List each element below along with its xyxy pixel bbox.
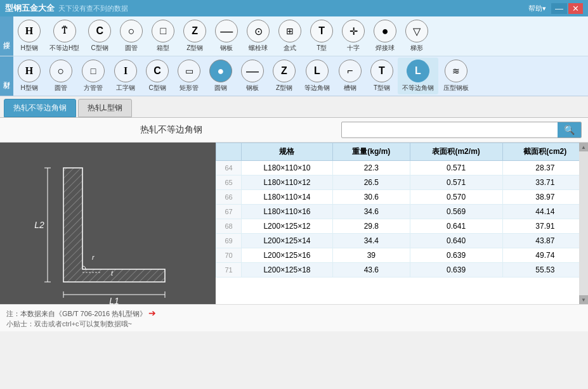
table-row[interactable]: 71 L200×125×18 43.6 0.639 55.53 (216, 263, 588, 277)
toolbar-rect-tube-label: 矩形管 (180, 84, 199, 92)
toolbar-i-beam-label: 工字钢 (116, 84, 135, 92)
toolbar-cross-label: 十字 (347, 44, 360, 53)
app-subtitle: 天下没有查不到的数据 (58, 4, 128, 13)
cell-num: 64 (216, 161, 242, 175)
toolbar-square-tube[interactable]: □ 方管管 (77, 58, 110, 94)
table-area: 规格 重量(kg/m) 表面积(m2/m) 截面积(cm2) 64 L180×1… (216, 143, 588, 304)
table-row[interactable]: 69 L200×125×14 34.4 0.640 43.87 (216, 234, 588, 248)
toolbar-trapezoid-label: 梯形 (410, 44, 423, 53)
table-row[interactable]: 65 L180×110×12 26.5 0.571 33.71 (216, 175, 588, 190)
cell-num: 70 (216, 248, 242, 263)
cell-surface: 0.571 (410, 175, 502, 190)
toolbar-trapezoid[interactable]: ▽ 梯形 (401, 18, 433, 54)
toolbar-cross[interactable]: ✛ 十字 (337, 18, 369, 54)
cell-section: 37.91 (502, 219, 587, 234)
svg-text:L2: L2 (34, 220, 44, 230)
toolbar-c-beam2-label: C型钢 (148, 84, 166, 92)
table-row[interactable]: 70 L200×125×16 39 0.639 49.74 (216, 248, 588, 263)
cell-num: 66 (216, 190, 242, 205)
table-row[interactable]: 68 L200×125×12 29.8 0.641 37.91 (216, 219, 588, 234)
search-box: 🔍 (341, 122, 582, 138)
col-section: 截面积(cm2) (502, 143, 587, 161)
cell-spec: L180×110×14 (242, 190, 333, 205)
cell-section: 55.53 (502, 263, 587, 277)
toolbar-box2[interactable]: ⊞ 盒式 (274, 18, 306, 54)
toolbar-weld-ball-label: 焊接球 (376, 44, 395, 53)
svg-text:L1: L1 (109, 296, 119, 304)
cell-spec: L180×110×16 (242, 205, 333, 219)
cell-spec: L200×125×16 (242, 248, 333, 263)
cell-section: 44.14 (502, 205, 587, 219)
toolbar-i-beam[interactable]: I 工字钢 (110, 58, 141, 94)
toolbar-pressed-plate[interactable]: ≋ 压型钢板 (438, 58, 474, 94)
toolbar-box2-label: 盒式 (284, 44, 296, 53)
cell-spec: L180×110×10 (242, 161, 333, 175)
toolbar-z-beam[interactable]: Z Z型钢 (179, 18, 211, 54)
toolbar-round-tube2-label: 圆管 (55, 84, 67, 92)
cell-num: 68 (216, 219, 242, 234)
table-scroll[interactable]: 规格 重量(kg/m) 表面积(m2/m) 截面积(cm2) 64 L180×1… (216, 143, 588, 304)
toolbar-plate2[interactable]: — 钢板 (237, 58, 268, 94)
cell-section: 33.71 (502, 175, 587, 190)
tab-hot-l[interactable]: 热轧L型钢 (78, 99, 132, 117)
help-button[interactable]: 帮助▾ (525, 3, 550, 14)
cell-surface: 0.641 (410, 219, 502, 234)
cell-num: 67 (216, 205, 242, 219)
footer-note2: 小贴士：双击或者ctrl+c可以复制数据哦~ (6, 319, 582, 329)
cell-weight: 22.3 (332, 161, 410, 175)
app-title: 型钢五金大全 (5, 3, 55, 14)
cell-weight: 29.8 (332, 219, 410, 234)
col-spec: 规格 (242, 143, 333, 161)
cell-surface: 0.570 (410, 190, 502, 205)
cell-section: 49.74 (502, 248, 587, 263)
toolbar-weld-ball[interactable]: ● 焊接球 (369, 18, 401, 54)
cell-weight: 39 (332, 248, 410, 263)
toolbar-unequal-h[interactable]: T̈ 不等边H型 (45, 18, 84, 54)
toolbar-unequal-h-label: 不等边H型 (49, 44, 79, 53)
cell-weight: 34.4 (332, 234, 410, 248)
search-button[interactable]: 🔍 (558, 122, 581, 137)
toolbar-plate[interactable]: — 钢板 (211, 18, 242, 54)
toolbar-z-beam2-label: Z型钢 (276, 84, 292, 92)
close-button[interactable]: ✕ (568, 3, 583, 14)
cell-section: 28.37 (502, 161, 587, 175)
toolbar-round-bar[interactable]: ● 圆钢 (205, 58, 237, 94)
toolbar-row-1: 焊接 H H型钢 T̈ 不等边H型 C C型钢 ○ 圆管 □ 箱型 Z Z型钢 … (0, 16, 588, 56)
toolbar-round-tube2[interactable]: ○ 圆管 (45, 58, 77, 94)
toolbar-c-beam2[interactable]: C C型钢 (141, 58, 173, 94)
scrollbar[interactable]: ▲ ▼ (579, 143, 588, 304)
data-table: 规格 重量(kg/m) 表面积(m2/m) 截面积(cm2) 64 L180×1… (216, 143, 588, 277)
toolbar-t-beam2-label: T型钢 (374, 84, 390, 92)
toolbar-equal-angle-label: 等边角钢 (304, 84, 330, 92)
toolbar-h-beam2[interactable]: H H型钢 (13, 58, 45, 94)
diagram-area: L2 L1 r t (0, 143, 216, 304)
toolbar-row-2: 型材 H H型钢 ○ 圆管 □ 方管管 I 工字钢 C C型钢 ▭ 矩形管 ● … (0, 56, 588, 96)
toolbar-rect-tube[interactable]: ▭ 矩形管 (173, 58, 205, 94)
toolbar-box[interactable]: □ 箱型 (147, 18, 179, 54)
cell-weight: 34.6 (332, 205, 410, 219)
content-title: 热轧不等边角钢 (6, 124, 336, 136)
search-input[interactable] (342, 124, 558, 136)
toolbar-h-beam[interactable]: H H型钢 (13, 18, 45, 54)
toolbar-unequal-angle[interactable]: L 不等边角钢 (398, 58, 438, 94)
content-header: 热轧不等边角钢 🔍 (0, 118, 588, 143)
toolbar-round-tube[interactable]: ○ 圆管 (115, 18, 147, 54)
table-row[interactable]: 66 L180×110×14 30.6 0.570 38.97 (216, 190, 588, 205)
tab-hot-unequal[interactable]: 热轧不等边角钢 (4, 99, 76, 117)
toolbar-c-beam[interactable]: C C型钢 (84, 18, 115, 54)
toolbar-z-beam2[interactable]: Z Z型钢 (268, 58, 300, 94)
minimize-button[interactable]: — (551, 3, 567, 14)
table-row[interactable]: 67 L180×110×16 34.6 0.569 44.14 (216, 205, 588, 219)
toolbar-equal-angle[interactable]: L 等边角钢 (300, 58, 334, 94)
cell-num: 71 (216, 263, 242, 277)
toolbar-channel[interactable]: ⌐ 槽钢 (334, 58, 366, 94)
table-row[interactable]: 64 L180×110×10 22.3 0.571 28.37 (216, 161, 588, 175)
cell-surface: 0.639 (410, 248, 502, 263)
toolbar-bolt-ball[interactable]: ⊙ 螺栓球 (242, 18, 274, 54)
cell-surface: 0.569 (410, 205, 502, 219)
toolbar-t-beam[interactable]: T T型 (306, 18, 337, 54)
col-weight: 重量(kg/m) (332, 143, 410, 161)
cell-spec: L200×125×12 (242, 219, 333, 234)
toolbar-t-beam2[interactable]: T T型钢 (366, 58, 398, 94)
toolbar-bolt-ball-label: 螺栓球 (249, 44, 268, 53)
